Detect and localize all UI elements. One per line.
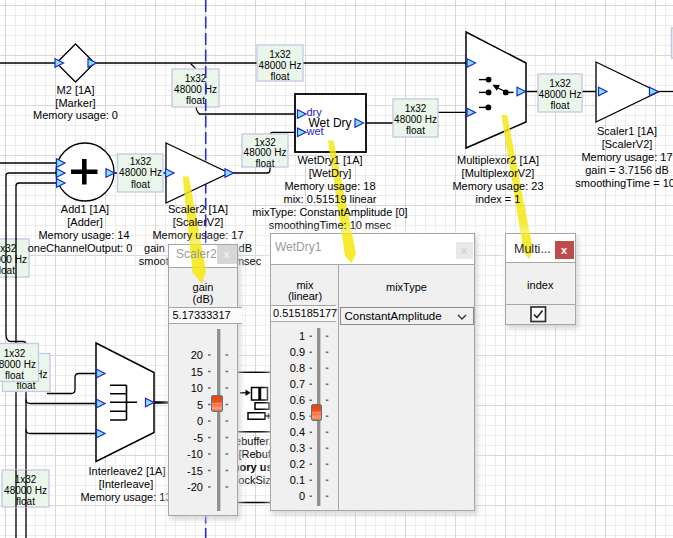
svg-text:index = 1: index = 1 (476, 193, 521, 205)
svg-text:Memory usage: 13: Memory usage: 13 (80, 491, 171, 503)
svg-text:float: float (186, 95, 205, 106)
svg-text:1x32: 1x32 (269, 49, 291, 60)
svg-text:48000 Hz: 48000 Hz (119, 167, 162, 178)
svg-text:48000 Hz: 48000 Hz (0, 359, 36, 370)
svg-text:48000 Hz: 48000 Hz (244, 147, 287, 158)
svg-text:[ScalerV2]: [ScalerV2] (602, 138, 653, 150)
svg-text:1x32: 1x32 (130, 156, 152, 167)
svg-text:mix: 0.51519 linear: mix: 0.51519 linear (284, 193, 377, 205)
svg-text:48000 Hz: 48000 Hz (259, 60, 302, 71)
svg-text:gain = 3.7156 dB: gain = 3.7156 dB (585, 164, 669, 176)
svg-text:float: float (551, 100, 570, 111)
svg-text:Add1 [1A]: Add1 [1A] (61, 203, 109, 215)
svg-text:1x32: 1x32 (549, 78, 571, 89)
svg-text:float: float (131, 179, 150, 190)
svg-text:Memory usage: 0: Memory usage: 0 (33, 109, 118, 121)
svg-text:1x32: 1x32 (4, 348, 26, 359)
svg-text:smoothingTime = 10 ms: smoothingTime = 10 ms (575, 177, 673, 189)
svg-text:1x32: 1x32 (254, 137, 276, 148)
svg-text:Memory usage: 18: Memory usage: 18 (284, 180, 375, 192)
svg-text:48000 Hz: 48000 Hz (394, 114, 437, 125)
svg-text:smoothingTime: 10 msec: smoothingTime: 10 msec (269, 219, 392, 231)
svg-text:[ScalerV2]: [ScalerV2] (173, 216, 224, 228)
svg-text:float: float (5, 370, 24, 381)
svg-text:Scaler2 [1A]: Scaler2 [1A] (168, 203, 228, 215)
svg-text:Memory usage: 17: Memory usage: 17 (152, 229, 243, 241)
svg-text:Memory usage: 14: Memory usage: 14 (38, 229, 129, 241)
svg-text:float: float (256, 158, 275, 169)
svg-text:Multiplexor2 [1A]: Multiplexor2 [1A] (457, 154, 539, 166)
svg-text:1x32: 1x32 (185, 73, 207, 84)
svg-text:Scaler1 [1A]: Scaler1 [1A] (597, 125, 657, 137)
svg-text:48000 Hz: 48000 Hz (0, 254, 27, 265)
svg-text:[Marker]: [Marker] (55, 97, 95, 109)
svg-text:[Adder]: [Adder] (67, 216, 102, 228)
svg-text:WetDry1 [1A]: WetDry1 [1A] (297, 154, 362, 166)
svg-text:float: float (406, 125, 425, 136)
svg-text:[Interleave]: [Interleave] (99, 478, 153, 490)
svg-text:[WetDry]: [WetDry] (309, 167, 352, 179)
svg-text:float: float (0, 265, 15, 276)
svg-text:[MultiplexorV2]: [MultiplexorV2] (462, 167, 535, 179)
svg-text:48000 Hz: 48000 Hz (174, 84, 217, 95)
svg-text:oneChannelOutput: 0: oneChannelOutput: 0 (28, 242, 133, 254)
svg-text:M2 [1A]: M2 [1A] (57, 84, 95, 96)
svg-text:Interleave2 [1A]: Interleave2 [1A] (88, 465, 165, 477)
svg-text:1x32: 1x32 (0, 243, 17, 254)
svg-text:Memory usage: 23: Memory usage: 23 (452, 180, 543, 192)
svg-text:48000 Hz: 48000 Hz (539, 89, 582, 100)
svg-text:Wet Dry: Wet Dry (308, 116, 351, 130)
svg-text:1x32: 1x32 (405, 103, 427, 114)
svg-text:float: float (271, 71, 290, 82)
svg-text:Memory usage: 17: Memory usage: 17 (581, 151, 672, 163)
svg-text:mixType: ConstantAmplitude [0]: mixType: ConstantAmplitude [0] (252, 206, 407, 218)
